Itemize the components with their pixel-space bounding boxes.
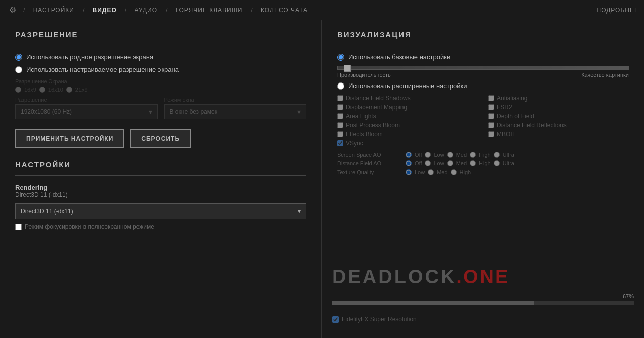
ssao-off-label: Off xyxy=(415,152,422,158)
slider-left-label: Производительность xyxy=(337,72,391,78)
rendering-dropdown-value: Direct3D 11 (-dx11) xyxy=(21,208,73,215)
action-buttons: ПРИМЕНИТЬ НАСТРОЙКИ СБРОСИТЬ xyxy=(15,129,306,148)
label-antialiasing: Antialiasing xyxy=(497,95,527,102)
adv-checkbox-displacement-mapping[interactable]: Displacement Mapping xyxy=(337,104,478,111)
adv-checkbox-effects-bloom[interactable]: Effects Bloom xyxy=(337,131,478,138)
adv-checkbox-post-process-bloom[interactable]: Post Process Bloom xyxy=(337,122,478,129)
window-mode-dropdown-btn[interactable]: В окне без рамок ▾ xyxy=(164,104,307,119)
dfao-ultra-radio[interactable] xyxy=(494,160,500,166)
radio-custom-input[interactable] xyxy=(15,66,22,73)
right-panel: ВИЗУАЛИЗАЦИЯ Использовать базовые настро… xyxy=(322,20,644,338)
dfao-ultra-label: Ultra xyxy=(503,160,514,166)
apply-settings-button[interactable]: ПРИМЕНИТЬ НАСТРОЙКИ xyxy=(15,129,124,148)
watermark-text: DEADLOCK.one xyxy=(332,266,509,288)
radio-native-input[interactable] xyxy=(15,54,22,61)
aspect-21x9-radio[interactable] xyxy=(66,87,72,93)
checkbox-vsync[interactable] xyxy=(337,140,343,146)
ssao-low-radio[interactable] xyxy=(425,152,431,158)
checkbox-area-lights[interactable] xyxy=(337,113,343,119)
resolution-dropdown-btn[interactable]: 1920x1080 (60 Hz) ▾ xyxy=(15,104,158,119)
radio-basic-input[interactable] xyxy=(337,54,344,61)
fidelity-fx-row[interactable]: FidelityFX Super Resolution xyxy=(332,316,634,323)
adv-checkbox-distance-field-reflections[interactable]: Distance Field Reflections xyxy=(488,122,629,129)
reset-button[interactable]: СБРОСИТЬ xyxy=(130,129,191,148)
texq-med-radio[interactable] xyxy=(428,169,434,175)
nav-item-audio[interactable]: АУДИО xyxy=(129,7,163,14)
ssao-off-radio[interactable] xyxy=(406,152,412,158)
checkbox-fsr2[interactable] xyxy=(488,104,494,110)
adv-checkbox-fsr2[interactable]: FSR2 xyxy=(488,104,629,111)
screen-resolution-label: Разрешение Экрана xyxy=(15,78,306,84)
checkbox-effects-bloom[interactable] xyxy=(337,131,343,137)
performance-quality-slider[interactable]: Производительность Качество картинки xyxy=(337,66,629,78)
radio-custom-resolution[interactable]: Использовать настраиваемое разрешение эк… xyxy=(15,66,306,73)
aspect-16x10-radio[interactable] xyxy=(39,87,45,93)
checkbox-distance-field-reflections[interactable] xyxy=(488,122,494,128)
dfao-high-radio[interactable] xyxy=(470,160,476,166)
progress-percent: 67% xyxy=(623,293,634,299)
dfao-low-radio[interactable] xyxy=(425,160,431,166)
texq-high-radio[interactable] xyxy=(451,169,457,175)
texture-quality-row: Texture Quality Low Med High xyxy=(337,169,629,175)
radio-advanced-viz[interactable]: Использовать расширенные настройки xyxy=(337,82,629,90)
adv-checkbox-mboit[interactable]: MBOIT xyxy=(488,131,629,138)
nav-item-hotkeys[interactable]: ГОРЯЧИЕ КЛАВИШИ xyxy=(171,7,248,14)
resolution-dropdown-value: 1920x1080 (60 Hz) xyxy=(21,108,72,115)
label-fsr2: FSR2 xyxy=(497,104,512,111)
nav-sep-3: / xyxy=(122,6,130,14)
focus-mode-checkbox[interactable] xyxy=(15,224,22,230)
progress-area: 67% xyxy=(332,293,634,305)
fidelity-fx-checkbox[interactable] xyxy=(332,316,339,323)
label-distance-field-reflections: Distance Field Reflections xyxy=(497,122,567,129)
texq-low-radio[interactable] xyxy=(406,169,412,175)
resolution-sub-section: Разрешение Экрана 16x9 16x10 21x9 Разреш… xyxy=(15,78,306,119)
radio-native-label: Использовать родное разрешение экрана xyxy=(26,53,153,61)
watermark: DEADLOCK.one xyxy=(332,266,634,288)
aspect-16x9-radio[interactable] xyxy=(15,87,21,93)
checkbox-displacement-mapping[interactable] xyxy=(337,104,343,110)
checkbox-post-process-bloom[interactable] xyxy=(337,122,343,128)
watermark-dot: . xyxy=(456,266,463,287)
checkbox-depth-of-field[interactable] xyxy=(488,113,494,119)
radio-native-resolution[interactable]: Использовать родное разрешение экрана xyxy=(15,53,306,61)
gear-icon[interactable]: ⚙ xyxy=(5,5,20,15)
focus-mode-row[interactable]: Режим фокусировки в полноэкранном режиме xyxy=(15,223,306,230)
adv-checkbox-antialiasing[interactable]: Antialiasing xyxy=(488,95,629,102)
dfao-off-radio[interactable] xyxy=(406,160,412,166)
dfao-med-radio[interactable] xyxy=(447,160,453,166)
aspect-ratio-group: 16x9 16x10 21x9 xyxy=(15,87,306,93)
checkbox-distance-field-shadows[interactable] xyxy=(337,95,343,101)
adv-checkbox-area-lights[interactable]: Area Lights xyxy=(337,113,478,120)
nav-item-video[interactable]: ВИДЕО xyxy=(88,7,122,14)
aspect-21x9-label: 21x9 xyxy=(75,87,88,93)
main-content: РАЗРЕШЕНИЕ Использовать родное разрешени… xyxy=(0,20,644,338)
adv-checkbox-distance-field-shadows[interactable]: Distance Field Shadows xyxy=(337,95,478,102)
nav-more[interactable]: ПОДРОБНЕЕ xyxy=(597,7,639,14)
distance-field-ao-label: Distance Field AO xyxy=(337,160,403,166)
slider-track xyxy=(337,66,629,70)
nav-item-settings[interactable]: НАСТРОЙКИ xyxy=(28,7,79,14)
checkbox-antialiasing[interactable] xyxy=(488,95,494,101)
slider-labels: Производительность Качество картинки xyxy=(337,72,629,78)
nav-item-chat-wheel[interactable]: КОЛЕСО ЧАТА xyxy=(256,7,313,14)
ssao-high-radio[interactable] xyxy=(470,152,476,158)
ssao-med-radio[interactable] xyxy=(447,152,453,158)
ssao-ultra-radio[interactable] xyxy=(494,152,500,158)
slider-right-label: Качество картинки xyxy=(581,72,629,78)
dfao-med-label: Med xyxy=(456,160,467,166)
label-displacement-mapping: Displacement Mapping xyxy=(346,104,407,111)
adv-checkbox-depth-of-field[interactable]: Depth of Field xyxy=(488,113,629,120)
resolution-title: РАЗРЕШЕНИЕ xyxy=(15,30,306,39)
radio-advanced-input[interactable] xyxy=(337,82,344,90)
window-mode-dropdown-wrapper: Режим окна В окне без рамок ▾ xyxy=(164,97,307,119)
dfao-high-label: High xyxy=(479,160,491,166)
aspect-16x10-label: 16x10 xyxy=(48,87,63,93)
adv-checkbox-vsync[interactable]: VSync xyxy=(337,140,478,147)
slider-thumb[interactable] xyxy=(344,65,351,72)
radio-basic-label: Использовать базовые настройки xyxy=(348,53,450,61)
checkbox-mboit[interactable] xyxy=(488,131,494,137)
left-panel: РАЗРЕШЕНИЕ Использовать родное разрешени… xyxy=(0,20,322,338)
rendering-dropdown-btn[interactable]: Direct3D 11 (-dx11) ▾ xyxy=(15,203,306,219)
radio-advanced-label: Использовать расширенные настройки xyxy=(348,82,467,90)
radio-basic-viz[interactable]: Использовать базовые настройки xyxy=(337,53,629,61)
